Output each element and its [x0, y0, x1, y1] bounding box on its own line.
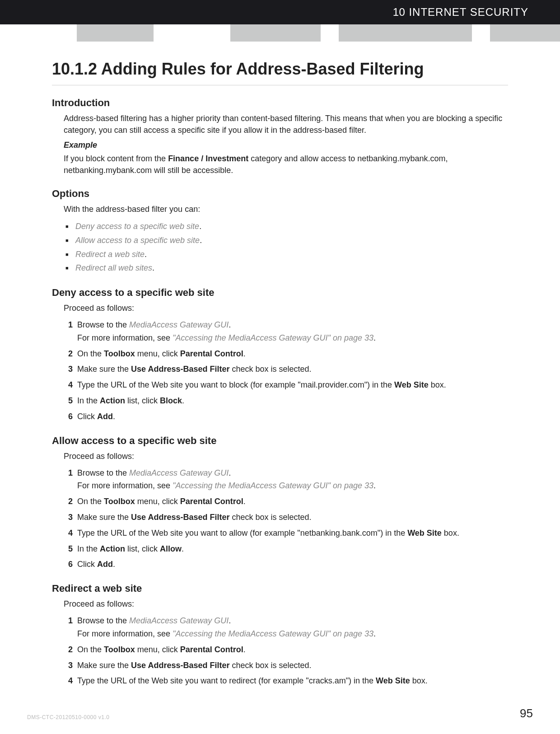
section-heading-introduction: Introduction — [52, 97, 508, 109]
section-heading-redirect: Redirect a web site — [52, 583, 508, 594]
chapter-number: 10 — [393, 6, 406, 19]
step: On the Toolbox menu, click Parental Cont… — [64, 347, 508, 360]
step: In the Action list, click Allow. — [64, 542, 508, 556]
chapter-title: INTERNET SECURITY — [409, 6, 528, 19]
proceed-label: Proceed as follows: — [64, 598, 508, 610]
doc-id: DMS-CTC-20120510-0000 v1.0 — [27, 714, 109, 720]
deny-steps: Browse to the MediaAccess Gateway GUI. F… — [64, 318, 508, 423]
option-item: Deny access to a specific web site. — [65, 220, 508, 234]
thumb-tab — [339, 24, 472, 42]
thumb-tab — [490, 24, 560, 42]
step: Click Add. — [64, 558, 508, 571]
tab-strip — [0, 24, 560, 42]
thumb-tab — [77, 24, 154, 42]
example-paragraph: If you block content from the Finance / … — [64, 153, 508, 176]
step: Make sure the Use Address-Based Filter c… — [64, 659, 508, 672]
page-number: 95 — [520, 706, 533, 720]
step: In the Action list, click Block. — [64, 394, 508, 407]
options-list: Deny access to a specific web site. Allo… — [65, 220, 508, 275]
content: 10.1.2 Adding Rules for Address-Based Fi… — [0, 42, 560, 687]
page-footer: DMS-CTC-20120510-0000 v1.0 95 — [0, 706, 560, 720]
option-item: Redirect a web site. — [65, 248, 508, 262]
section-heading-deny: Deny access to a specific web site — [52, 287, 508, 299]
step: On the Toolbox menu, click Parental Cont… — [64, 643, 508, 656]
page: 10 INTERNET SECURITY 10.1.2 Adding Rules… — [0, 0, 560, 734]
proceed-label: Proceed as follows: — [64, 450, 508, 462]
page-title: 10.1.2 Adding Rules for Address-Based Fi… — [52, 60, 508, 85]
option-item: Allow access to a specific web site. — [65, 234, 508, 248]
example-label: Example — [64, 140, 508, 150]
section-heading-allow: Allow access to a specific web site — [52, 435, 508, 447]
step: Browse to the MediaAccess Gateway GUI. F… — [64, 467, 508, 493]
chapter-header: 10 INTERNET SECURITY — [0, 0, 560, 24]
option-item: Redirect all web sites. — [65, 261, 508, 275]
section-heading-options: Options — [52, 188, 508, 200]
step: Browse to the MediaAccess Gateway GUI. F… — [64, 318, 508, 345]
options-lead: With the address-based filter you can: — [64, 203, 508, 215]
intro-paragraph: Address-based filtering has a higher pri… — [64, 112, 508, 136]
proceed-label: Proceed as follows: — [64, 302, 508, 314]
step: Make sure the Use Address-Based Filter c… — [64, 363, 508, 376]
step: Type the URL of the Web site you want to… — [64, 674, 508, 687]
step: Type the URL of the Web site you want to… — [64, 527, 508, 540]
step: Click Add. — [64, 410, 508, 423]
thumb-tab — [230, 24, 321, 42]
step: On the Toolbox menu, click Parental Cont… — [64, 495, 508, 508]
step: Browse to the MediaAccess Gateway GUI. F… — [64, 614, 508, 640]
step: Make sure the Use Address-Based Filter c… — [64, 511, 508, 524]
step: Type the URL of the Web site you want to… — [64, 379, 508, 392]
allow-steps: Browse to the MediaAccess Gateway GUI. F… — [64, 467, 508, 571]
redirect-steps: Browse to the MediaAccess Gateway GUI. F… — [64, 614, 508, 687]
